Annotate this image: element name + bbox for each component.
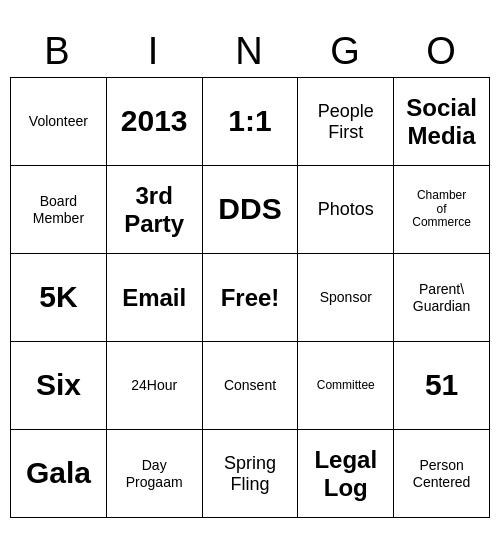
bingo-card: BINGO Volonteer20131:1PeopleFirstSocialM… [10,26,490,518]
bingo-cell-20: Gala [11,430,107,518]
cell-text-12: Free! [221,284,280,312]
cell-text-23: LegalLog [314,446,377,501]
cell-text-7: DDS [218,192,281,227]
cell-text-8: Photos [318,199,374,220]
cell-text-21: DayProgaam [126,457,183,489]
bingo-cell-18: Committee [298,342,394,430]
bingo-cell-3: PeopleFirst [298,78,394,166]
header-letter-O: O [394,26,490,77]
bingo-cell-0: Volonteer [11,78,107,166]
cell-text-9: ChamberofCommerce [412,189,471,230]
bingo-cell-1: 2013 [107,78,203,166]
cell-text-6: 3rdParty [124,182,184,237]
cell-text-17: Consent [224,377,276,393]
cell-text-20: Gala [26,456,91,491]
cell-text-4: SocialMedia [406,94,477,149]
bingo-cell-11: Email [107,254,203,342]
cell-text-3: PeopleFirst [318,101,374,142]
header-letter-N: N [202,26,298,77]
bingo-cell-15: Six [11,342,107,430]
bingo-grid: Volonteer20131:1PeopleFirstSocialMediaBo… [10,77,490,518]
cell-text-13: Sponsor [320,289,372,305]
cell-text-2: 1:1 [228,104,271,139]
bingo-cell-9: ChamberofCommerce [394,166,490,254]
bingo-cell-24: PersonCentered [394,430,490,518]
bingo-cell-6: 3rdParty [107,166,203,254]
header-letter-I: I [106,26,202,77]
cell-text-11: Email [122,284,186,312]
bingo-cell-17: Consent [203,342,299,430]
bingo-cell-7: DDS [203,166,299,254]
cell-text-18: Committee [317,379,375,393]
cell-text-16: 24Hour [131,377,177,393]
cell-text-0: Volonteer [29,113,88,129]
cell-text-22: SpringFling [224,453,276,494]
bingo-cell-4: SocialMedia [394,78,490,166]
header-letter-G: G [298,26,394,77]
bingo-cell-16: 24Hour [107,342,203,430]
bingo-cell-5: BoardMember [11,166,107,254]
header-letter-B: B [10,26,106,77]
bingo-cell-13: Sponsor [298,254,394,342]
cell-text-19: 51 [425,368,458,403]
bingo-cell-2: 1:1 [203,78,299,166]
cell-text-14: Parent\Guardian [413,281,471,313]
bingo-cell-22: SpringFling [203,430,299,518]
bingo-cell-10: 5K [11,254,107,342]
cell-text-15: Six [36,368,81,403]
bingo-cell-8: Photos [298,166,394,254]
cell-text-5: BoardMember [33,193,84,225]
bingo-cell-12: Free! [203,254,299,342]
bingo-cell-23: LegalLog [298,430,394,518]
bingo-cell-19: 51 [394,342,490,430]
bingo-header: BINGO [10,26,490,77]
bingo-cell-14: Parent\Guardian [394,254,490,342]
cell-text-10: 5K [39,280,77,315]
cell-text-1: 2013 [121,104,188,139]
cell-text-24: PersonCentered [413,457,471,489]
bingo-cell-21: DayProgaam [107,430,203,518]
